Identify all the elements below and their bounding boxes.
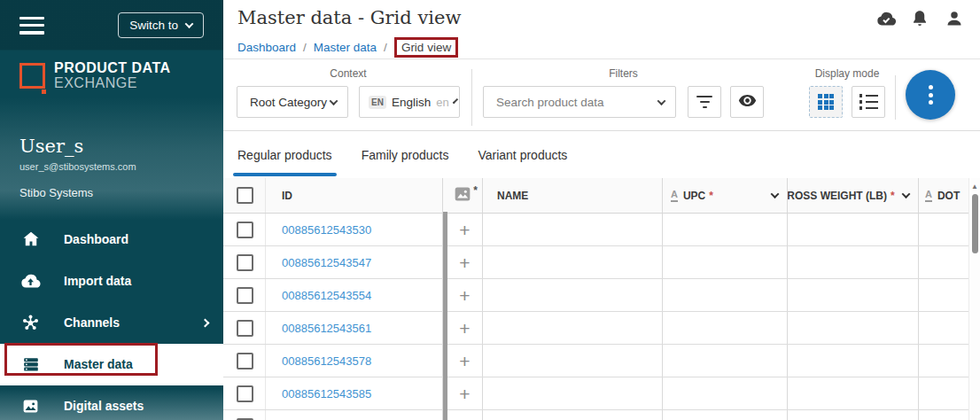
gross-weight-cell[interactable] (788, 345, 919, 377)
breadcrumb-master-data[interactable]: Master data (314, 41, 377, 54)
gross-weight-cell[interactable] (788, 279, 919, 311)
chevron-down-icon (185, 19, 194, 28)
page-title: Master data - Grid view (223, 0, 980, 28)
product-search-input[interactable]: Search product data (483, 86, 676, 118)
required-marker: * (473, 184, 478, 197)
more-actions-button[interactable] (906, 70, 955, 120)
add-image-icon[interactable]: + (459, 286, 470, 305)
sidebar-item-channels[interactable]: Channels (0, 302, 223, 344)
home-icon (20, 229, 41, 250)
column-header-gross-weight[interactable]: GROSS WEIGHT (LB) * (788, 178, 919, 213)
upc-cell[interactable] (663, 377, 788, 409)
user-account-icon[interactable] (945, 9, 964, 28)
row-checkbox[interactable] (237, 353, 253, 369)
table-row: 00885612543554 + (223, 279, 980, 312)
sidebar-item-label: Master data (64, 357, 133, 371)
tab-regular-products[interactable]: Regular products (237, 133, 333, 177)
app-window: Switch to PRODUCT DATA EXCHANGE User_s u… (0, 0, 980, 420)
gross-weight-cell[interactable] (788, 312, 919, 344)
row-checkbox[interactable] (237, 385, 253, 402)
sidebar-item-import-data[interactable]: Import data (0, 261, 223, 302)
preview-button[interactable] (730, 86, 764, 118)
column-header-image[interactable]: * (447, 178, 483, 213)
notifications-bell-icon[interactable] (910, 9, 929, 28)
upc-cell[interactable] (663, 214, 788, 245)
product-id-link[interactable]: 00885612543554 (282, 289, 371, 302)
name-cell[interactable] (483, 279, 663, 311)
list-view-button[interactable] (852, 86, 885, 118)
add-image-icon[interactable]: + (459, 385, 470, 403)
user-email: user_s@stibosystems.com (19, 161, 204, 172)
tab-family-products[interactable]: Family products (361, 133, 450, 177)
name-cell[interactable] (483, 214, 663, 245)
name-cell[interactable] (483, 377, 663, 409)
brand-logo: PRODUCT DATA EXCHANGE (0, 38, 223, 91)
column-header-name[interactable]: NAME (483, 178, 663, 213)
column-menu-chevron-icon[interactable] (902, 190, 911, 198)
toolbar-divider (895, 75, 896, 120)
tab-variant-products[interactable]: Variant products (477, 133, 568, 177)
sidebar-item-label: Channels (64, 315, 120, 330)
breadcrumb-grid-view: Grid view (401, 41, 451, 54)
language-badge: EN (369, 96, 386, 109)
chevron-down-icon (657, 97, 666, 105)
name-cell[interactable] (483, 246, 663, 278)
product-id-link[interactable]: 00885612543578 (282, 354, 371, 368)
upc-cell[interactable] (663, 345, 788, 377)
column-header-id[interactable]: ID (266, 178, 443, 213)
row-checkbox[interactable] (237, 320, 253, 337)
add-image-icon[interactable]: + (459, 352, 470, 370)
upc-cell[interactable] (663, 279, 788, 311)
filter-icon (696, 96, 712, 109)
gross-weight-cell[interactable] (788, 377, 919, 409)
attribute-lock-icon: A (671, 190, 678, 202)
context-label: Context (330, 67, 366, 80)
sidebar-item-master-data[interactable]: Master data (0, 344, 223, 385)
column-menu-chevron-icon[interactable] (771, 190, 780, 198)
cloud-upload-icon (20, 271, 41, 292)
add-image-icon[interactable]: + (459, 319, 470, 338)
row-checkbox[interactable] (237, 287, 253, 304)
toolbar: Context Root Category EN English en (223, 59, 980, 131)
grid-view-button[interactable] (809, 86, 843, 118)
image-icon (454, 185, 471, 206)
product-id-link[interactable]: 00885612543585 (282, 387, 371, 401)
table-row: 00885612543561 + (223, 312, 980, 345)
row-checkbox[interactable] (237, 222, 253, 238)
row-checkbox[interactable] (237, 254, 253, 271)
channels-hub-icon (20, 313, 41, 333)
gross-weight-cell[interactable] (788, 214, 919, 245)
breadcrumb-dashboard[interactable]: Dashboard (237, 41, 296, 54)
gross-weight-cell[interactable] (788, 246, 919, 278)
product-id-link[interactable]: 00885612543561 (282, 322, 371, 335)
category-select[interactable]: Root Category (237, 86, 348, 118)
column-header-upc[interactable]: A UPC * (663, 178, 788, 213)
switch-to-label: Switch to (129, 19, 178, 32)
scrollbar-thumb[interactable] (972, 194, 978, 253)
chevron-down-icon (452, 97, 457, 103)
product-id-link[interactable]: 00885612543530 (282, 223, 371, 237)
chevron-right-icon (201, 318, 210, 327)
upc-cell[interactable] (663, 246, 788, 278)
product-id-link[interactable]: 00885612543547 (282, 256, 371, 269)
name-cell[interactable] (483, 345, 663, 377)
upc-cell[interactable] (663, 312, 788, 344)
add-image-icon[interactable]: + (459, 253, 470, 272)
sidebar-item-dashboard[interactable]: Dashboard (0, 219, 223, 261)
hamburger-menu-icon[interactable] (19, 17, 44, 35)
sidebar-item-label: Import data (64, 274, 131, 288)
filter-button[interactable] (688, 86, 721, 118)
select-all-checkbox[interactable] (237, 187, 253, 204)
switch-to-button[interactable]: Switch to (118, 12, 204, 38)
name-cell[interactable] (483, 312, 663, 344)
user-name: User_s (19, 136, 204, 157)
cloud-sync-icon[interactable] (875, 9, 895, 28)
language-select[interactable]: EN English en (359, 86, 460, 118)
add-image-icon[interactable]: + (459, 221, 470, 239)
table-row: 00885612543547 + (223, 246, 980, 279)
sidebar-item-digital-assets[interactable]: Digital assets (0, 385, 223, 420)
context-group: Context Root Category EN English en (237, 67, 460, 118)
frozen-column-divider[interactable] (443, 212, 447, 420)
filters-label: Filters (609, 67, 638, 80)
scroll-up-icon[interactable]: ▲ (969, 178, 980, 191)
